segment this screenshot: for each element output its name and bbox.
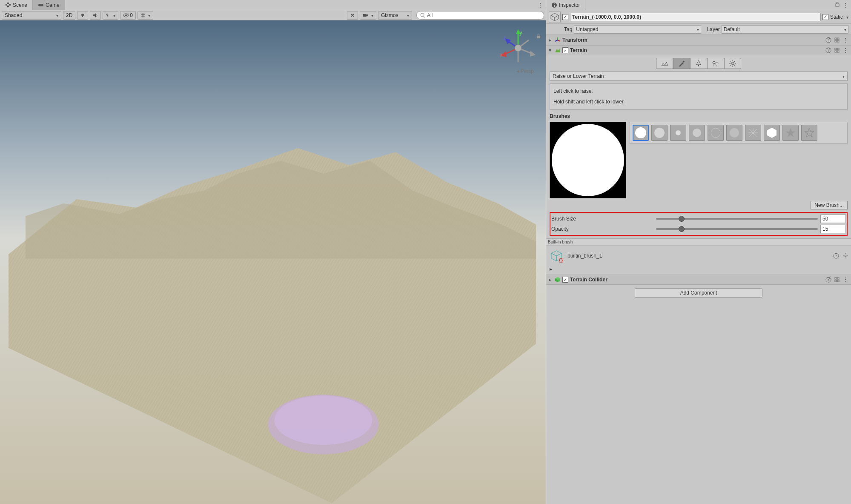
axis-z-label: z xyxy=(503,35,506,41)
lighting-toggle[interactable] xyxy=(77,11,88,20)
component-menu-icon[interactable] xyxy=(842,276,848,283)
svg-rect-11 xyxy=(363,14,367,17)
static-checkbox[interactable] xyxy=(822,14,828,20)
transform-component-header[interactable]: ▸ Transform ? xyxy=(546,35,851,45)
svg-point-75 xyxy=(676,130,681,135)
tools-button[interactable] xyxy=(347,11,358,20)
tag-value: Untagged xyxy=(576,26,598,32)
brush-thumb-7[interactable] xyxy=(745,125,761,141)
terrain-enabled-checkbox[interactable] xyxy=(562,47,568,53)
brush-thumb-star-outline[interactable] xyxy=(801,125,817,141)
svg-point-74 xyxy=(654,128,665,138)
game-icon xyxy=(38,2,44,8)
terrain-tool-trees[interactable] xyxy=(690,58,707,69)
lock-icon[interactable] xyxy=(536,33,542,39)
brush-thumb-star[interactable] xyxy=(782,125,799,141)
expand-script-arrow[interactable]: ▸ xyxy=(546,266,851,275)
svg-marker-82 xyxy=(551,251,562,256)
brush-thumb-3[interactable] xyxy=(670,125,686,141)
terrain-tool-create[interactable] xyxy=(656,58,673,69)
fx-dropdown[interactable] xyxy=(103,11,118,20)
terrain-tool-details[interactable] xyxy=(707,58,724,69)
layer-dropdown[interactable]: Default xyxy=(722,25,848,34)
builtin-brush-row: {} builtin_brush_1 ? xyxy=(546,246,851,266)
axis-x-label: x xyxy=(500,52,503,58)
axis-gizmo[interactable]: y x z xyxy=(499,29,537,67)
brush-thumb-2[interactable] xyxy=(651,125,668,141)
gameobject-icon[interactable] xyxy=(549,11,561,23)
brush-thumb-4[interactable] xyxy=(689,125,705,141)
brush-thumb-1[interactable] xyxy=(633,125,649,141)
tab-game[interactable]: Game xyxy=(33,0,65,10)
brush-thumb-5[interactable] xyxy=(708,125,724,141)
gameobject-name-field[interactable]: Terrain_(-1000.0, 0.0, 1000.0) xyxy=(570,13,821,21)
opacity-field[interactable]: 15 xyxy=(820,225,846,233)
terrain-collider-header[interactable]: ▸ Terrain Collider ? xyxy=(546,275,851,285)
preset-icon[interactable] xyxy=(834,37,840,43)
component-menu-icon[interactable] xyxy=(842,37,848,43)
opacity-slider[interactable] xyxy=(656,228,818,230)
svg-marker-81 xyxy=(805,128,814,137)
lock-inspector-icon[interactable] xyxy=(835,2,840,9)
help-icon[interactable]: ? xyxy=(825,277,831,283)
gear-icon[interactable] xyxy=(842,253,848,259)
scene-icon xyxy=(5,2,11,8)
terrain-tool-row xyxy=(550,58,848,69)
preset-icon[interactable] xyxy=(834,277,840,283)
svg-point-31 xyxy=(515,45,521,52)
tab-inspector[interactable]: Inspector xyxy=(546,0,585,10)
hint-line-1: Left click to raise. xyxy=(553,87,844,95)
collider-enabled-checkbox[interactable] xyxy=(562,277,568,283)
hidden-objects-dropdown[interactable]: 0 xyxy=(120,11,136,20)
2d-toggle[interactable]: 2D xyxy=(63,11,75,20)
shading-mode-dropdown[interactable]: Shaded xyxy=(2,11,61,20)
brush-size-field[interactable]: 50 xyxy=(820,215,846,223)
search-input[interactable] xyxy=(427,12,540,18)
2d-label: 2D xyxy=(66,12,72,18)
svg-line-70 xyxy=(734,65,735,66)
brush-thumb-6[interactable] xyxy=(726,125,742,141)
audio-toggle[interactable] xyxy=(90,11,101,20)
preset-icon[interactable] xyxy=(834,47,840,53)
help-icon[interactable]: ? xyxy=(825,47,831,53)
add-component-button[interactable]: Add Component xyxy=(635,288,762,298)
terrain-mode-dropdown[interactable]: Raise or Lower Terrain xyxy=(550,72,848,81)
expand-arrow-icon[interactable]: ▸ xyxy=(549,277,553,283)
scene-viewport[interactable]: y x z ◂Persp xyxy=(0,20,546,504)
brush-size-row: Brush Size 50 xyxy=(551,215,846,223)
svg-rect-57 xyxy=(683,61,685,63)
layer-label: Layer xyxy=(707,26,720,32)
active-checkbox[interactable] xyxy=(562,14,568,20)
tab-menu-icon[interactable] xyxy=(537,2,543,8)
svg-marker-49 xyxy=(555,49,560,52)
brush-size-slider[interactable] xyxy=(656,218,818,220)
tag-dropdown[interactable]: Untagged xyxy=(574,25,701,34)
help-icon[interactable]: ? xyxy=(833,253,839,259)
svg-point-88 xyxy=(845,255,846,257)
component-menu-icon[interactable] xyxy=(842,47,848,54)
svg-text:?: ? xyxy=(835,253,838,258)
brush-thumb-8[interactable] xyxy=(764,125,780,141)
expand-arrow-icon[interactable]: ▸ xyxy=(549,37,553,43)
new-brush-button[interactable]: New Brush... xyxy=(811,201,848,209)
tab-scene[interactable]: Scene xyxy=(0,0,33,10)
camera-dropdown[interactable] xyxy=(360,11,376,20)
caret-down-icon xyxy=(112,12,115,18)
tab-game-label: Game xyxy=(46,2,60,8)
gizmos-dropdown[interactable]: Gizmos xyxy=(378,11,412,20)
static-dropdown-icon[interactable] xyxy=(845,14,848,20)
svg-text:?: ? xyxy=(827,277,830,282)
collapse-arrow-icon[interactable]: ▾ xyxy=(549,47,553,53)
svg-rect-34 xyxy=(554,5,555,7)
persp-text: Persp xyxy=(521,68,534,74)
inspector-menu-icon[interactable] xyxy=(842,2,848,9)
perspective-label[interactable]: ◂Persp xyxy=(516,68,534,74)
help-icon[interactable]: ? xyxy=(825,37,831,43)
terrain-component-header[interactable]: ▾ Terrain ? xyxy=(546,45,851,55)
svg-text:?: ? xyxy=(827,47,830,53)
terrain-tool-settings[interactable] xyxy=(724,58,741,69)
terrain-tool-paint[interactable] xyxy=(673,58,690,69)
grid-dropdown[interactable] xyxy=(138,11,153,20)
scene-search[interactable] xyxy=(416,11,544,20)
svg-rect-36 xyxy=(836,4,839,6)
